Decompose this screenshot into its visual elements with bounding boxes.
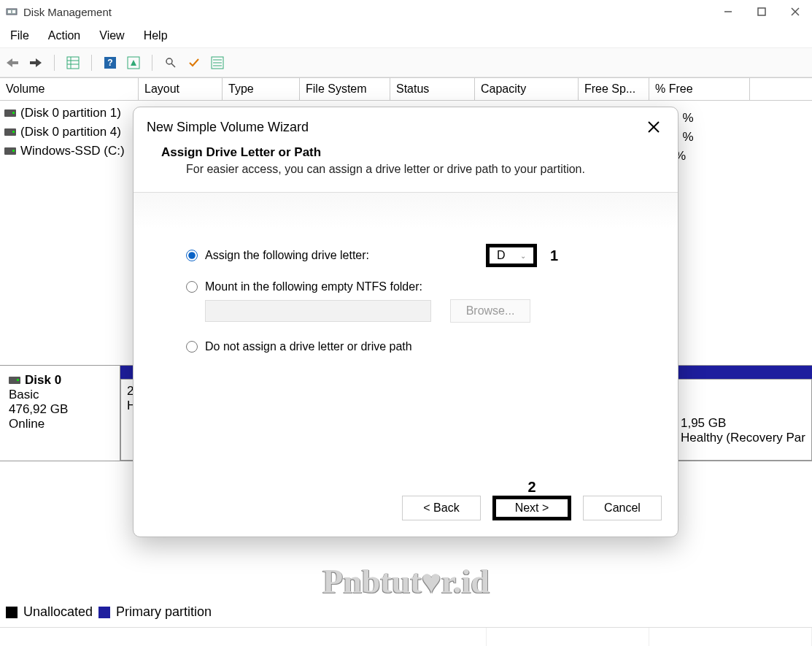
check-icon[interactable] <box>186 55 202 71</box>
app-icon <box>6 6 18 18</box>
wizard-title: New Simple Volume Wizard <box>147 120 309 135</box>
col-volume[interactable]: Volume <box>0 78 139 100</box>
minimize-button[interactable] <box>722 5 735 18</box>
drive-icon <box>4 147 16 155</box>
disk-info: Disk 0 Basic 476,92 GB Online <box>0 366 120 461</box>
grid-icon[interactable] <box>65 55 81 71</box>
toolbar: ? <box>0 48 812 77</box>
svg-marker-16 <box>131 60 136 66</box>
partition-status: H <box>127 399 128 413</box>
radio-no-letter[interactable] <box>186 341 198 353</box>
svg-rect-8 <box>30 61 36 64</box>
legend-label: Primary partition <box>116 604 212 620</box>
browse-button: Browse... <box>450 299 530 323</box>
option-mount-folder[interactable]: Mount in the following empty NTFS folder… <box>186 280 635 293</box>
col-status[interactable]: Status <box>390 78 475 100</box>
legend-swatch-primary <box>98 607 110 618</box>
col-filesystem[interactable]: File System <box>300 78 390 100</box>
svg-point-17 <box>166 58 172 64</box>
svg-rect-1 <box>8 10 11 13</box>
partition-size: 2 <box>127 384 128 399</box>
window-controls <box>722 5 802 18</box>
drive-icon <box>4 109 16 117</box>
col-pctfree[interactable]: % Free <box>649 78 750 100</box>
svg-rect-4 <box>758 8 765 15</box>
maximize-button[interactable] <box>755 5 768 18</box>
option-assign-letter[interactable]: Assign the following drive letter: D ⌄ 1 <box>186 244 635 267</box>
help-icon[interactable]: ? <box>102 55 118 71</box>
option-label: Mount in the following empty NTFS folder… <box>205 280 422 293</box>
wizard-titlebar: New Simple Volume Wizard <box>134 107 678 142</box>
title-bar: Disk Management <box>0 0 812 23</box>
back-button[interactable]: < Back <box>402 496 481 520</box>
radio-mount-folder[interactable] <box>186 281 198 293</box>
partition-size: 1,95 GB <box>681 416 805 431</box>
partition-status: Healthy (Recovery Par <box>681 431 805 445</box>
drive-letter-value: D <box>497 249 506 262</box>
legend: Unallocated Primary partition <box>6 604 212 620</box>
volume-name: (Disk 0 partition 1) <box>20 106 121 120</box>
disk-capacity: 476,92 GB <box>9 402 111 417</box>
drive-letter-select[interactable]: D ⌄ <box>486 244 537 267</box>
volume-name: Windows-SSD (C:) <box>20 144 125 158</box>
menu-bar: File Action View Help <box>0 23 812 48</box>
option-label: Do not assign a drive letter or drive pa… <box>205 340 412 353</box>
svg-rect-2 <box>12 10 15 13</box>
svg-line-18 <box>171 64 175 67</box>
legend-swatch-unallocated <box>6 607 18 618</box>
wizard-step-title: Assign Drive Letter or Path <box>161 145 650 160</box>
disk-status: Online <box>9 417 111 431</box>
forward-icon[interactable] <box>28 55 44 71</box>
menu-help[interactable]: Help <box>144 29 168 42</box>
next-button-label: Next > <box>515 501 549 514</box>
col-capacity[interactable]: Capacity <box>475 78 579 100</box>
settings-icon[interactable] <box>125 55 142 71</box>
svg-text:?: ? <box>107 58 112 68</box>
disk-type: Basic <box>9 388 111 402</box>
ntfs-path-input <box>205 300 431 322</box>
search-icon[interactable] <box>163 55 179 71</box>
wizard-close-button[interactable] <box>646 119 662 135</box>
volume-name: (Disk 0 partition 4) <box>20 125 121 139</box>
annotation-1: 1 <box>550 247 558 264</box>
col-freespace[interactable]: Free Sp... <box>579 78 649 100</box>
cancel-button[interactable]: Cancel <box>583 496 662 520</box>
legend-label: Unallocated <box>23 604 93 620</box>
menu-file[interactable]: File <box>10 29 29 42</box>
back-icon[interactable] <box>4 55 20 71</box>
option-no-letter[interactable]: Do not assign a drive letter or drive pa… <box>186 340 635 353</box>
col-type[interactable]: Type <box>223 78 300 100</box>
radio-assign-letter[interactable] <box>186 250 198 261</box>
disk-name: Disk 0 <box>25 373 61 388</box>
wizard-dialog: New Simple Volume Wizard Assign Drive Le… <box>133 107 678 537</box>
wizard-body: Assign the following drive letter: D ⌄ 1… <box>134 193 678 496</box>
drive-icon <box>4 128 16 136</box>
wizard-footer: < Back 2 Next > Cancel <box>134 496 678 537</box>
col-blank[interactable] <box>750 78 812 100</box>
svg-rect-7 <box>12 61 18 64</box>
close-button[interactable] <box>789 5 802 18</box>
chevron-down-icon: ⌄ <box>520 252 526 260</box>
window-title: Disk Management <box>23 6 722 18</box>
option-label: Assign the following drive letter: <box>205 249 369 262</box>
mount-path-row: Browse... <box>186 299 635 323</box>
column-headers: Volume Layout Type File System Status Ca… <box>0 77 812 101</box>
status-bar <box>0 627 812 646</box>
menu-action[interactable]: Action <box>48 29 80 42</box>
wizard-header: Assign Drive Letter or Path For easier a… <box>134 142 678 192</box>
col-layout[interactable]: Layout <box>139 78 223 100</box>
svg-rect-9 <box>67 57 79 69</box>
list-icon[interactable] <box>209 55 225 71</box>
menu-view[interactable]: View <box>99 29 124 42</box>
watermark: Pnbtut♥r.id <box>322 562 490 601</box>
drive-icon <box>9 377 20 384</box>
wizard-step-subtitle: For easier access, you can assign a driv… <box>161 163 650 176</box>
annotation-2: 2 <box>527 479 535 496</box>
next-button[interactable]: 2 Next > <box>492 496 571 520</box>
